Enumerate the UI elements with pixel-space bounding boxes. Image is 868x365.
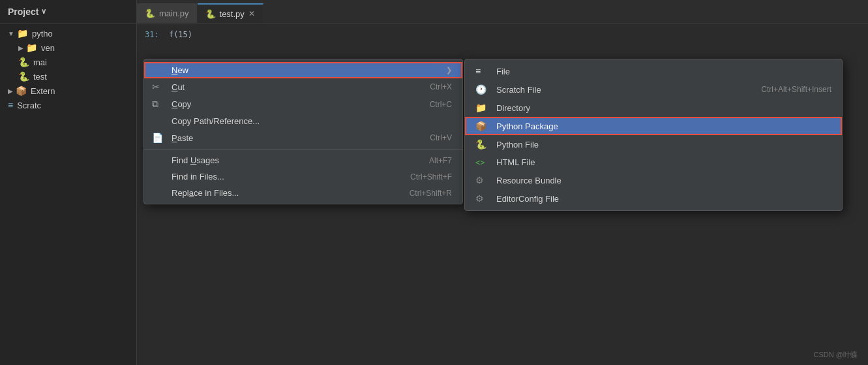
project-title: Project	[8, 7, 38, 17]
expand-arrow: ▼	[8, 30, 14, 37]
tree-label: Scratc	[17, 101, 41, 110]
resource-bundle-icon: ⚙	[475, 175, 490, 185]
external-icon: 📦	[16, 86, 27, 96]
menu-item-new[interactable]: New ❯	[144, 62, 462, 78]
tab-close-button[interactable]: ✕	[248, 9, 255, 18]
python-file-icon: 🐍	[18, 57, 29, 67]
tree-label: ven	[41, 43, 55, 53]
submenu-item-editorconfig[interactable]: ⚙ EditorConfig File	[465, 189, 842, 208]
copy-label: Copy	[172, 99, 404, 109]
code-content: f(15)	[169, 30, 192, 39]
tab-label: main.py	[159, 8, 189, 18]
menu-item-paste[interactable]: 📄 Paste Ctrl+V	[144, 129, 462, 146]
tab-python-icon: 🐍	[145, 8, 155, 18]
submenu-item-html-file[interactable]: <> HTML File	[465, 153, 842, 171]
sidebar-header[interactable]: Project ∨	[0, 0, 136, 24]
submenu-item-directory[interactable]: 📁 Directory	[465, 99, 842, 117]
copy-icon: ⧉	[152, 99, 166, 110]
tree-label: test	[33, 72, 47, 82]
menu-item-copy-path[interactable]: Copy Path/Reference...	[144, 113, 462, 129]
submenu-python-file-label: Python File	[496, 140, 539, 150]
tree-label: Extern	[31, 86, 55, 96]
menu-separator-1	[144, 149, 462, 150]
scratch-submenu-icon: 🕐	[475, 84, 490, 95]
submenu-scratch-label: Scratch File	[496, 85, 541, 95]
html-icon: <>	[475, 158, 490, 167]
directory-icon: 📁	[475, 103, 490, 113]
tree-label: pytho	[32, 29, 53, 39]
editor-line: 31: f(15)	[145, 29, 860, 41]
menu-item-replace-in-files[interactable]: Replace in Files... Ctrl+Shift+R	[144, 185, 462, 201]
submenu-item-python-file[interactable]: 🐍 Python File	[465, 135, 842, 153]
sidebar: Project ∨ ▼ 📁 pytho ▶ 📁 ven 🐍 mai 🐍 test…	[0, 0, 137, 365]
paste-label: Paste	[172, 133, 404, 143]
cut-label: Cut	[172, 82, 404, 92]
submenu-item-resource-bundle[interactable]: ⚙ Resource Bundle	[465, 171, 842, 189]
tab-test-py[interactable]: 🐍 test.py ✕	[198, 3, 263, 23]
watermark: CSDN @叶蝶	[814, 350, 858, 360]
tree-item-main-py[interactable]: 🐍 mai	[0, 55, 136, 69]
watermark-text: CSDN @叶蝶	[814, 351, 858, 358]
submenu-arrow-icon: ❯	[446, 66, 452, 74]
expand-arrow: ▶	[18, 44, 23, 52]
submenu-file-label: File	[496, 67, 510, 76]
cut-icon: ✂	[152, 82, 166, 92]
replace-label: Replace in Files...	[172, 188, 383, 198]
menu-item-cut[interactable]: ✂ Cut Ctrl+X	[144, 78, 462, 95]
context-menu-submenu: ≡ File 🕐 Scratch File Ctrl+Alt+Shift+Ins…	[464, 59, 843, 211]
menu-item-find-in-files[interactable]: Find in Files... Ctrl+Shift+F	[144, 168, 462, 185]
tab-label: test.py	[220, 9, 245, 19]
submenu-directory-label: Directory	[496, 103, 530, 113]
tree-item-scratch[interactable]: ≡ Scratc	[0, 98, 136, 112]
scratch-icon: ≡	[8, 100, 13, 110]
sidebar-tree: ▼ 📁 pytho ▶ 📁 ven 🐍 mai 🐍 test ▶ 📦 Exter…	[0, 24, 136, 115]
submenu-python-package-label: Python Package	[496, 121, 558, 131]
menu-item-copy[interactable]: ⧉ Copy Ctrl+C	[144, 95, 462, 113]
menu-item-find-usages[interactable]: Find Usages Alt+F7	[144, 152, 462, 168]
replace-shortcut: Ctrl+Shift+R	[410, 189, 452, 198]
tree-item-python-root[interactable]: ▼ 📁 pytho	[0, 26, 136, 40]
tree-item-test-py[interactable]: 🐍 test	[0, 69, 136, 84]
expand-arrow: ▶	[8, 87, 13, 95]
folder-icon: 📁	[26, 42, 37, 53]
python-file-submenu-icon: 🐍	[475, 139, 490, 150]
submenu-item-file[interactable]: ≡ File	[465, 62, 842, 80]
line-number: 31:	[145, 30, 159, 39]
paste-icon: 📄	[152, 133, 166, 143]
find-usages-shortcut: Alt+F7	[429, 156, 452, 165]
file-submenu-icon: ≡	[475, 66, 490, 76]
find-in-files-shortcut: Ctrl+Shift+F	[410, 172, 452, 182]
submenu-item-scratch-file[interactable]: 🕐 Scratch File Ctrl+Alt+Shift+Insert	[465, 80, 842, 99]
submenu-editorconfig-label: EditorConfig File	[496, 194, 559, 204]
python-file-icon: 🐍	[18, 71, 29, 82]
copy-path-label: Copy Path/Reference...	[172, 116, 452, 126]
project-chevron: ∨	[41, 7, 46, 16]
submenu-html-label: HTML File	[496, 157, 535, 167]
folder-icon: 📁	[17, 28, 28, 39]
find-usages-label: Find Usages	[172, 155, 403, 165]
cut-shortcut: Ctrl+X	[430, 82, 452, 91]
tree-label: mai	[33, 57, 47, 67]
tab-main-py[interactable]: 🐍 main.py	[137, 3, 198, 23]
new-label: New	[172, 65, 446, 75]
scratch-shortcut: Ctrl+Alt+Shift+Insert	[761, 85, 831, 94]
tree-item-venv[interactable]: ▶ 📁 ven	[0, 40, 136, 55]
python-package-icon: 📦	[475, 121, 490, 131]
editorconfig-icon: ⚙	[475, 193, 490, 204]
copy-shortcut: Ctrl+C	[430, 100, 452, 109]
find-in-files-label: Find in Files...	[172, 172, 384, 182]
context-menu-main: New ❯ ✂ Cut Ctrl+X ⧉ Copy Ctrl+C Copy Pa…	[143, 59, 463, 204]
submenu-item-python-package[interactable]: 📦 Python Package	[465, 117, 842, 135]
tree-item-external[interactable]: ▶ 📦 Extern	[0, 84, 136, 98]
tab-python-icon: 🐍	[205, 9, 216, 19]
tabs-bar: 🐍 main.py 🐍 test.py ✕	[137, 0, 868, 24]
submenu-resource-label: Resource Bundle	[496, 176, 561, 185]
paste-shortcut: Ctrl+V	[430, 133, 452, 142]
